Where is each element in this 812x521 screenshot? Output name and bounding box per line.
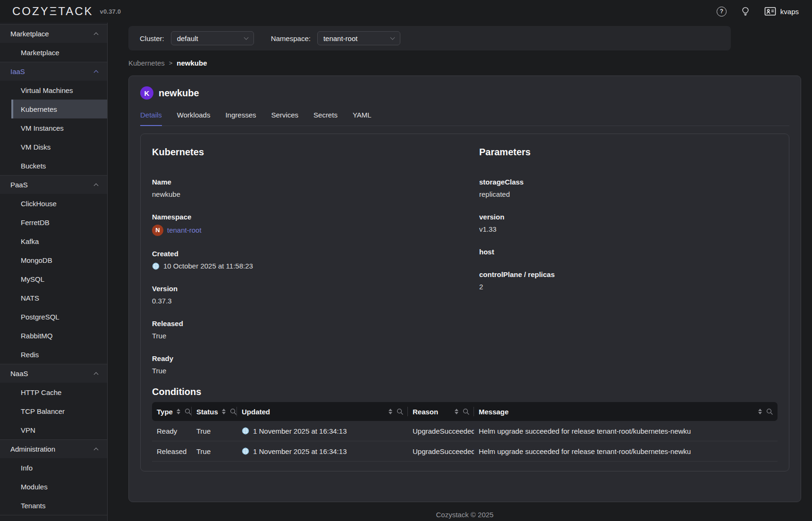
- field-storage-class: storageClass replicated: [479, 177, 778, 199]
- sidebar: Marketplace Marketplace IaaS Virtual Mac…: [0, 23, 108, 521]
- footer-text: Cozystack © 2025: [128, 502, 801, 519]
- sidebar-item-ferretdb[interactable]: FerretDB: [0, 213, 107, 232]
- sidebar-item-vm-instances[interactable]: VM Instances: [0, 118, 107, 137]
- field-created: Created: [152, 249, 479, 271]
- sidebar-section-administration[interactable]: Administration: [0, 439, 107, 458]
- section-label: IaaS: [10, 67, 25, 76]
- search-icon[interactable]: [463, 408, 469, 415]
- cluster-label: Cluster:: [140, 34, 164, 42]
- resource-title: newkube: [159, 88, 199, 99]
- details-panel: Kubernetes Name newkube Namespace N tena…: [140, 134, 789, 471]
- conditions-table: Type Status: [152, 402, 778, 462]
- user-menu[interactable]: kvaps: [764, 7, 799, 16]
- tab-details[interactable]: Details: [140, 111, 162, 126]
- field-name: Name newkube: [152, 177, 479, 199]
- chevron-down-icon: [390, 35, 395, 40]
- namespace-avatar: N: [152, 225, 163, 236]
- cluster-select[interactable]: default: [171, 31, 254, 45]
- column-header-type: Type: [157, 408, 173, 416]
- kubernetes-avatar: K: [140, 86, 153, 100]
- section-label: NaaS: [10, 370, 28, 378]
- lightbulb-icon: [741, 7, 750, 16]
- field-namespace: Namespace N tenant-root: [152, 212, 479, 236]
- globe-icon: [242, 447, 249, 455]
- sidebar-item-kafka[interactable]: Kafka: [0, 232, 107, 251]
- tab-ingresses[interactable]: Ingresses: [225, 111, 256, 126]
- breadcrumb-kubernetes[interactable]: Kubernetes: [128, 59, 165, 67]
- chevron-up-icon: [94, 447, 99, 452]
- sidebar-divider: [0, 515, 107, 515]
- column-header-status: Status: [196, 408, 218, 416]
- topbar: COZYΞTACK v0.37.0 ? kvaps: [0, 0, 812, 23]
- username: kvaps: [780, 8, 799, 16]
- namespace-select[interactable]: tenant-root: [317, 31, 400, 45]
- tab-yaml[interactable]: YAML: [353, 111, 372, 126]
- search-icon[interactable]: [230, 408, 237, 415]
- sort-icon[interactable]: [177, 409, 180, 414]
- sidebar-section-marketplace[interactable]: Marketplace: [0, 24, 107, 43]
- sort-icon[interactable]: [222, 409, 226, 414]
- sort-icon[interactable]: [455, 409, 458, 414]
- chevron-up-icon: [94, 183, 99, 188]
- theme-toggle-button[interactable]: [741, 7, 750, 16]
- sidebar-item-clickhouse[interactable]: ClickHouse: [0, 194, 107, 213]
- section-label: PaaS: [10, 181, 28, 189]
- search-icon[interactable]: [185, 408, 191, 415]
- sidebar-item-nats[interactable]: NATS: [0, 288, 107, 307]
- chevron-up-icon: [94, 32, 99, 37]
- sidebar-section-iaas[interactable]: IaaS: [0, 62, 107, 81]
- id-card-icon: [764, 7, 776, 16]
- search-icon[interactable]: [397, 408, 403, 415]
- condition-row-ready: Ready True 1 November 2025 at 16:34:13 U…: [152, 421, 778, 441]
- breadcrumb-separator: >: [169, 59, 173, 67]
- field-host: host: [479, 247, 778, 257]
- sidebar-item-info[interactable]: Info: [0, 458, 107, 477]
- sort-icon[interactable]: [758, 409, 762, 414]
- sidebar-item-mongodb[interactable]: MongoDB: [0, 251, 107, 269]
- sidebar-item-vm-disks[interactable]: VM Disks: [0, 137, 107, 156]
- sidebar-item-tenants[interactable]: Tenants: [0, 496, 107, 515]
- namespace-label: Namespace:: [271, 34, 311, 42]
- parameters-section: Parameters storageClass replicated versi…: [479, 145, 778, 376]
- tab-services[interactable]: Services: [271, 111, 299, 126]
- tab-workloads[interactable]: Workloads: [177, 111, 211, 126]
- resource-card: K newkube Details Workloads Ingresses Se…: [128, 76, 801, 502]
- sidebar-section-paas[interactable]: PaaS: [0, 175, 107, 194]
- condition-row-released: Released True 1 November 2025 at 16:34:1…: [152, 441, 778, 462]
- conditions-table-header: Type Status: [152, 402, 778, 421]
- sidebar-item-postgresql[interactable]: PostgreSQL: [0, 307, 107, 326]
- sidebar-item-vpn[interactable]: VPN: [0, 420, 107, 439]
- chevron-up-icon: [94, 70, 99, 75]
- sidebar-item-modules[interactable]: Modules: [0, 477, 107, 496]
- sidebar-item-buckets[interactable]: Buckets: [0, 156, 107, 175]
- help-icon: ?: [717, 7, 727, 17]
- search-icon[interactable]: [766, 408, 773, 415]
- kubernetes-section: Kubernetes Name newkube Namespace N tena…: [152, 145, 479, 376]
- sidebar-section-naas[interactable]: NaaS: [0, 364, 107, 383]
- tab-secrets[interactable]: Secrets: [313, 111, 338, 126]
- sidebar-item-marketplace[interactable]: Marketplace: [0, 43, 107, 62]
- namespace-link[interactable]: tenant-root: [167, 226, 202, 235]
- sidebar-item-kubernetes[interactable]: Kubernetes: [11, 100, 107, 118]
- sort-icon[interactable]: [389, 409, 392, 414]
- sidebar-item-tcp-balancer[interactable]: TCP Balancer: [0, 402, 107, 420]
- field-ready: Ready True: [152, 354, 479, 376]
- app-logo: COZYΞTACK: [12, 5, 93, 18]
- section-label: Administration: [10, 445, 55, 453]
- sidebar-item-virtual-machines[interactable]: Virtual Machines: [0, 81, 107, 100]
- sidebar-item-rabbitmq[interactable]: RabbitMQ: [0, 326, 107, 345]
- field-param-version: version v1.33: [479, 212, 778, 234]
- globe-icon: [152, 262, 160, 270]
- field-control-plane-replicas: controlPlane / replicas 2: [479, 270, 778, 292]
- breadcrumb: Kubernetes > newkube: [128, 57, 801, 68]
- sidebar-item-http-cache[interactable]: HTTP Cache: [0, 383, 107, 402]
- sidebar-item-mysql[interactable]: MySQL: [0, 269, 107, 288]
- context-filter-bar: Cluster: default Namespace: tenant-root: [128, 26, 731, 50]
- sidebar-item-redis[interactable]: Redis: [0, 345, 107, 364]
- section-heading-parameters: Parameters: [479, 145, 778, 159]
- main-content: Cluster: default Namespace: tenant-root …: [108, 23, 812, 521]
- column-header-reason: Reason: [413, 408, 438, 416]
- help-button[interactable]: ?: [717, 7, 727, 17]
- conditions-section: Conditions Type: [141, 376, 789, 471]
- section-heading-kubernetes: Kubernetes: [152, 145, 479, 159]
